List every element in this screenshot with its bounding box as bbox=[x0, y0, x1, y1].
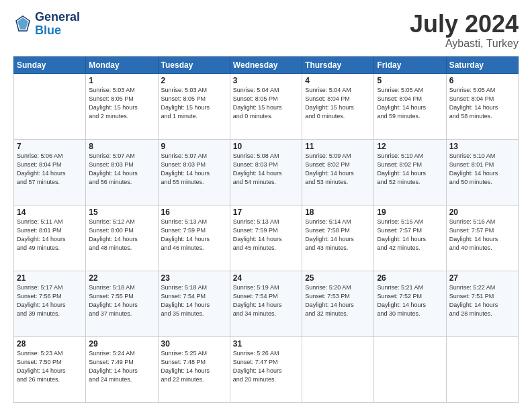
calendar-day-cell: 9Sunrise: 5:07 AM Sunset: 8:03 PM Daylig… bbox=[158, 139, 230, 205]
day-info: Sunrise: 5:25 AM Sunset: 7:48 PM Dayligh… bbox=[161, 349, 227, 384]
calendar-weekday-header: Wednesday bbox=[230, 56, 302, 73]
calendar-header-row: SundayMondayTuesdayWednesdayThursdayFrid… bbox=[14, 56, 519, 73]
calendar-day-cell: 7Sunrise: 5:06 AM Sunset: 8:04 PM Daylig… bbox=[14, 139, 86, 205]
day-info: Sunrise: 5:21 AM Sunset: 7:52 PM Dayligh… bbox=[377, 283, 443, 318]
day-number: 24 bbox=[233, 273, 299, 283]
day-number: 16 bbox=[161, 208, 227, 217]
day-number: 9 bbox=[161, 142, 227, 151]
calendar-day-cell: 11Sunrise: 5:09 AM Sunset: 8:02 PM Dayli… bbox=[302, 139, 374, 205]
day-number: 2 bbox=[161, 76, 227, 85]
calendar-day-cell: 25Sunrise: 5:20 AM Sunset: 7:53 PM Dayli… bbox=[302, 271, 374, 336]
day-info: Sunrise: 5:03 AM Sunset: 8:05 PM Dayligh… bbox=[161, 86, 227, 121]
day-info: Sunrise: 5:22 AM Sunset: 7:51 PM Dayligh… bbox=[449, 283, 515, 318]
calendar-week-row: 1Sunrise: 5:03 AM Sunset: 8:05 PM Daylig… bbox=[14, 73, 519, 139]
day-info: Sunrise: 5:16 AM Sunset: 7:57 PM Dayligh… bbox=[449, 218, 515, 253]
day-number: 10 bbox=[233, 142, 299, 151]
day-info: Sunrise: 5:18 AM Sunset: 7:54 PM Dayligh… bbox=[161, 283, 227, 318]
day-number: 17 bbox=[233, 208, 299, 217]
calendar-day-cell: 24Sunrise: 5:19 AM Sunset: 7:54 PM Dayli… bbox=[230, 271, 302, 336]
day-info: Sunrise: 5:10 AM Sunset: 8:01 PM Dayligh… bbox=[449, 152, 515, 187]
calendar-day-cell: 21Sunrise: 5:17 AM Sunset: 7:56 PM Dayli… bbox=[14, 271, 86, 336]
calendar-week-row: 14Sunrise: 5:11 AM Sunset: 8:01 PM Dayli… bbox=[14, 205, 519, 271]
calendar-day-cell: 8Sunrise: 5:07 AM Sunset: 8:03 PM Daylig… bbox=[86, 139, 158, 205]
day-number: 5 bbox=[377, 76, 443, 85]
day-info: Sunrise: 5:13 AM Sunset: 7:59 PM Dayligh… bbox=[161, 218, 227, 253]
day-info: Sunrise: 5:11 AM Sunset: 8:01 PM Dayligh… bbox=[17, 218, 83, 253]
day-number: 20 bbox=[449, 208, 515, 217]
day-info: Sunrise: 5:08 AM Sunset: 8:03 PM Dayligh… bbox=[233, 152, 299, 187]
calendar-day-cell: 19Sunrise: 5:15 AM Sunset: 7:57 PM Dayli… bbox=[374, 205, 446, 271]
day-info: Sunrise: 5:20 AM Sunset: 7:53 PM Dayligh… bbox=[305, 283, 371, 318]
page-container: GeneralBlue July 2024 Aybasti, Turkey Su… bbox=[0, 0, 532, 411]
day-number: 29 bbox=[89, 339, 154, 349]
day-number: 15 bbox=[89, 208, 154, 217]
calendar-day-cell: 4Sunrise: 5:04 AM Sunset: 8:04 PM Daylig… bbox=[302, 73, 374, 139]
calendar-day-cell: 31Sunrise: 5:26 AM Sunset: 7:47 PM Dayli… bbox=[230, 336, 302, 402]
day-info: Sunrise: 5:18 AM Sunset: 7:55 PM Dayligh… bbox=[89, 283, 154, 318]
day-info: Sunrise: 5:04 AM Sunset: 8:04 PM Dayligh… bbox=[305, 86, 371, 121]
calendar-day-cell: 16Sunrise: 5:13 AM Sunset: 7:59 PM Dayli… bbox=[158, 205, 230, 271]
calendar-day-cell: 2Sunrise: 5:03 AM Sunset: 8:05 PM Daylig… bbox=[158, 73, 230, 139]
calendar-weekday-header: Sunday bbox=[14, 56, 86, 73]
day-number: 25 bbox=[305, 273, 371, 283]
day-number: 23 bbox=[161, 273, 227, 283]
calendar-weekday-header: Thursday bbox=[302, 56, 374, 73]
day-number: 31 bbox=[233, 339, 299, 349]
calendar-day-cell: 1Sunrise: 5:03 AM Sunset: 8:05 PM Daylig… bbox=[86, 73, 158, 139]
calendar-day-cell: 17Sunrise: 5:13 AM Sunset: 7:59 PM Dayli… bbox=[230, 205, 302, 271]
calendar-day-cell: 18Sunrise: 5:14 AM Sunset: 7:58 PM Dayli… bbox=[302, 205, 374, 271]
day-info: Sunrise: 5:24 AM Sunset: 7:49 PM Dayligh… bbox=[89, 349, 154, 384]
calendar-week-row: 21Sunrise: 5:17 AM Sunset: 7:56 PM Dayli… bbox=[14, 271, 519, 336]
calendar-day-cell: 14Sunrise: 5:11 AM Sunset: 8:01 PM Dayli… bbox=[14, 205, 86, 271]
calendar-day-cell: 6Sunrise: 5:05 AM Sunset: 8:04 PM Daylig… bbox=[446, 73, 518, 139]
day-info: Sunrise: 5:12 AM Sunset: 8:00 PM Dayligh… bbox=[89, 218, 154, 253]
calendar-day-cell bbox=[374, 336, 446, 402]
day-info: Sunrise: 5:15 AM Sunset: 7:57 PM Dayligh… bbox=[377, 218, 443, 253]
calendar-day-cell bbox=[14, 73, 86, 139]
day-info: Sunrise: 5:04 AM Sunset: 8:05 PM Dayligh… bbox=[233, 86, 299, 121]
day-info: Sunrise: 5:26 AM Sunset: 7:47 PM Dayligh… bbox=[233, 349, 299, 384]
calendar-table: SundayMondayTuesdayWednesdayThursdayFrid… bbox=[13, 56, 519, 403]
calendar-day-cell: 12Sunrise: 5:10 AM Sunset: 8:02 PM Dayli… bbox=[374, 139, 446, 205]
calendar-day-cell: 5Sunrise: 5:05 AM Sunset: 8:04 PM Daylig… bbox=[374, 73, 446, 139]
calendar-day-cell: 13Sunrise: 5:10 AM Sunset: 8:01 PM Dayli… bbox=[446, 139, 518, 205]
subtitle: Aybasti, Turkey bbox=[410, 38, 519, 50]
calendar-day-cell: 10Sunrise: 5:08 AM Sunset: 8:03 PM Dayli… bbox=[230, 139, 302, 205]
day-number: 18 bbox=[305, 208, 371, 217]
day-info: Sunrise: 5:03 AM Sunset: 8:05 PM Dayligh… bbox=[89, 86, 154, 121]
day-info: Sunrise: 5:09 AM Sunset: 8:02 PM Dayligh… bbox=[305, 152, 371, 187]
calendar-day-cell: 3Sunrise: 5:04 AM Sunset: 8:05 PM Daylig… bbox=[230, 73, 302, 139]
calendar-weekday-header: Tuesday bbox=[158, 56, 230, 73]
day-info: Sunrise: 5:07 AM Sunset: 8:03 PM Dayligh… bbox=[89, 152, 154, 187]
calendar-week-row: 28Sunrise: 5:23 AM Sunset: 7:50 PM Dayli… bbox=[14, 336, 519, 402]
calendar-weekday-header: Monday bbox=[86, 56, 158, 73]
day-number: 22 bbox=[89, 273, 154, 283]
day-info: Sunrise: 5:13 AM Sunset: 7:59 PM Dayligh… bbox=[233, 218, 299, 253]
day-info: Sunrise: 5:10 AM Sunset: 8:02 PM Dayligh… bbox=[377, 152, 443, 187]
day-info: Sunrise: 5:19 AM Sunset: 7:54 PM Dayligh… bbox=[233, 283, 299, 318]
calendar-day-cell: 30Sunrise: 5:25 AM Sunset: 7:48 PM Dayli… bbox=[158, 336, 230, 402]
day-number: 26 bbox=[377, 273, 443, 283]
calendar-week-row: 7Sunrise: 5:06 AM Sunset: 8:04 PM Daylig… bbox=[14, 139, 519, 205]
calendar-day-cell: 22Sunrise: 5:18 AM Sunset: 7:55 PM Dayli… bbox=[86, 271, 158, 336]
day-number: 13 bbox=[449, 142, 515, 151]
day-info: Sunrise: 5:17 AM Sunset: 7:56 PM Dayligh… bbox=[17, 283, 83, 318]
day-info: Sunrise: 5:06 AM Sunset: 8:04 PM Dayligh… bbox=[17, 152, 83, 187]
day-number: 12 bbox=[377, 142, 443, 151]
day-info: Sunrise: 5:23 AM Sunset: 7:50 PM Dayligh… bbox=[17, 349, 83, 384]
day-number: 6 bbox=[449, 76, 515, 85]
calendar-day-cell: 20Sunrise: 5:16 AM Sunset: 7:57 PM Dayli… bbox=[446, 205, 518, 271]
day-number: 11 bbox=[305, 142, 371, 151]
day-number: 27 bbox=[449, 273, 515, 283]
calendar-day-cell: 23Sunrise: 5:18 AM Sunset: 7:54 PM Dayli… bbox=[158, 271, 230, 336]
day-number: 1 bbox=[89, 76, 154, 85]
calendar-weekday-header: Friday bbox=[374, 56, 446, 73]
calendar-day-cell bbox=[446, 336, 518, 402]
day-info: Sunrise: 5:05 AM Sunset: 8:04 PM Dayligh… bbox=[377, 86, 443, 121]
day-info: Sunrise: 5:07 AM Sunset: 8:03 PM Dayligh… bbox=[161, 152, 227, 187]
calendar-day-cell bbox=[302, 336, 374, 402]
day-number: 21 bbox=[17, 273, 83, 283]
page-header: GeneralBlue July 2024 Aybasti, Turkey bbox=[13, 11, 519, 50]
day-info: Sunrise: 5:05 AM Sunset: 8:04 PM Dayligh… bbox=[449, 86, 515, 121]
day-number: 3 bbox=[233, 76, 299, 85]
